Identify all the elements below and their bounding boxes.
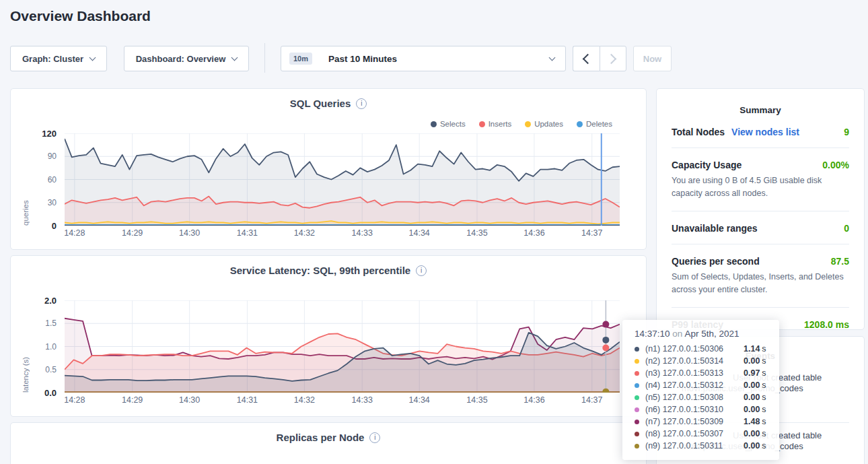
page-title: Overview Dashboard [10, 8, 151, 24]
time-range-picker[interactable]: 10m Past 10 Minutes [281, 46, 566, 71]
legend-item-updates[interactable]: Updates [525, 120, 563, 128]
view-nodes-list-link[interactable]: View nodes list [731, 127, 799, 137]
queries-per-second-value: 87.5 [831, 256, 849, 267]
total-nodes-value: 9 [844, 127, 849, 137]
toolbar-divider [264, 43, 265, 73]
time-range-label: Past 10 Minutes [328, 54, 397, 64]
node-color-dot [635, 432, 639, 436]
x-tick-label: 14:32 [287, 395, 321, 405]
node-latency-unit: s [762, 393, 766, 402]
x-tick-label: 14:33 [345, 228, 379, 238]
info-icon[interactable]: i [369, 432, 380, 443]
node-latency-unit: s [762, 441, 766, 451]
x-tick-label: 14:28 [58, 395, 92, 405]
legend-label: Updates [534, 120, 563, 128]
y-tick-label: 90 [48, 152, 57, 161]
total-nodes-label: Total Nodes [672, 127, 725, 137]
x-tick-label: 14:32 [287, 228, 321, 238]
node-color-dot [635, 407, 639, 412]
node-latency-unit: s [762, 368, 766, 378]
legend-item-deletes[interactable]: Deletes [577, 120, 612, 128]
x-tick-label: 14:37 [575, 228, 609, 238]
legend-item-selects[interactable]: Selects [431, 120, 466, 128]
info-icon[interactable]: i [416, 265, 427, 276]
x-axis-ticks: 14:2814:2914:3014:3114:3214:3314:3414:35… [65, 228, 620, 239]
chevron-down-icon [231, 54, 238, 61]
y-tick-label: 30 [48, 198, 57, 207]
node-latency-value: 0.00 [744, 405, 760, 414]
node-latency-value: 0.00 [744, 429, 760, 438]
y-tick-label: 2.0 [44, 296, 57, 306]
x-tick-label: 14:30 [173, 395, 207, 405]
node-latency-unit: s [762, 429, 766, 438]
tooltip-timestamp: 14:37:10 on Apr 5th, 2021 [635, 329, 771, 339]
x-tick-label: 14:31 [230, 228, 264, 238]
x-tick-label: 14:34 [402, 395, 436, 405]
y-tick-label: 0.5 [45, 365, 57, 374]
node-latency-unit: s [762, 417, 766, 426]
x-tick-label: 14:35 [460, 395, 494, 405]
chevron-right-icon [606, 53, 617, 64]
now-button[interactable]: Now [633, 46, 672, 71]
chart-title: Replicas per Node [277, 432, 365, 443]
x-tick-label: 14:34 [402, 228, 436, 238]
y-tick-label: 1.0 [45, 342, 57, 352]
unavailable-ranges-label: Unavailable ranges [672, 223, 758, 234]
legend-item-inserts[interactable]: Inserts [479, 120, 512, 128]
node-latency-value: 1.14 [744, 344, 760, 354]
node-latency-unit: s [762, 356, 766, 366]
sql-queries-plot[interactable] [65, 133, 620, 226]
capacity-usage-desc: You are using 0 B of 4.5 GiB usable disk… [672, 174, 849, 201]
x-tick-label: 14:29 [116, 228, 149, 238]
node-address: (n4) 127.0.0.1:50312 [645, 380, 744, 390]
node-color-dot [635, 420, 639, 424]
chart-title: Service Latency: SQL, 99th percentile [230, 265, 410, 276]
node-address: (n7) 127.0.0.1:50309 [645, 417, 744, 426]
x-tick-label: 14:30 [173, 228, 207, 238]
tooltip-node-row: (n4) 127.0.0.1:503120.00s [635, 379, 771, 391]
y-axis-ticks: 0306090120 [11, 133, 59, 226]
legend-dot [479, 121, 485, 127]
time-range-badge: 10m [289, 53, 312, 65]
graph-dropdown[interactable]: Graph: Cluster [10, 46, 107, 71]
x-tick-label: 14:35 [460, 228, 494, 238]
dashboard-dropdown[interactable]: Dashboard: Overview [124, 46, 249, 71]
time-range-arrows [573, 46, 626, 71]
tooltip-node-row: (n9) 127.0.0.1:503110.00s [635, 440, 771, 452]
y-tick-label: 0 [52, 221, 57, 231]
service-latency-chart-panel: Service Latency: SQL, 99th percentile i … [10, 255, 647, 417]
x-axis-ticks: 14:2814:2914:3014:3114:3214:3314:3414:35… [65, 395, 620, 406]
tooltip-node-row: (n3) 127.0.0.1:503130.97s [635, 367, 771, 379]
tooltip-node-row: (n7) 127.0.0.1:503091.48s [635, 416, 771, 428]
x-tick-label: 14:29 [116, 395, 149, 405]
sql-queries-chart-panel: SQL Queries i SelectsInsertsUpdatesDelet… [10, 88, 647, 250]
node-latency-unit: s [762, 344, 766, 354]
chart-hover-tooltip: 14:37:10 on Apr 5th, 2021 (n1) 127.0.0.1… [622, 320, 779, 460]
node-latency-value: 0.00 [744, 356, 760, 366]
x-tick-label: 14:36 [517, 228, 551, 238]
node-latency-value: 1.48 [744, 417, 760, 426]
y-tick-label: 120 [42, 129, 57, 139]
next-range-button[interactable] [600, 46, 627, 71]
node-color-dot [635, 359, 639, 364]
node-address: (n5) 127.0.0.1:50308 [645, 393, 744, 402]
x-tick-label: 14:37 [575, 395, 609, 405]
service-latency-plot[interactable] [65, 300, 620, 393]
prev-range-button[interactable] [573, 46, 600, 71]
chart-legend: SelectsInsertsUpdatesDeletes [431, 120, 612, 128]
tooltip-node-row: (n5) 127.0.0.1:503080.00s [635, 391, 771, 403]
x-tick-label: 14:31 [230, 395, 264, 405]
node-address: (n9) 127.0.0.1:50311 [645, 441, 744, 451]
capacity-usage-label: Capacity Usage [672, 160, 742, 170]
node-latency-value: 0.00 [744, 393, 760, 402]
queries-per-second-desc: Sum of Selects, Updates, Inserts, and De… [672, 271, 849, 297]
node-latency-unit: s [762, 405, 766, 414]
p99-latency-value: 1208.0 ms [804, 319, 849, 330]
summary-panel: Summary Total Nodes View nodes list 9 Ca… [656, 88, 865, 330]
tooltip-node-row: (n6) 127.0.0.1:503100.00s [635, 403, 771, 416]
node-address: (n2) 127.0.0.1:50314 [645, 356, 744, 366]
legend-dot [525, 121, 531, 127]
node-color-dot [635, 347, 639, 352]
info-icon[interactable]: i [356, 98, 367, 109]
node-address: (n3) 127.0.0.1:50313 [645, 368, 744, 378]
